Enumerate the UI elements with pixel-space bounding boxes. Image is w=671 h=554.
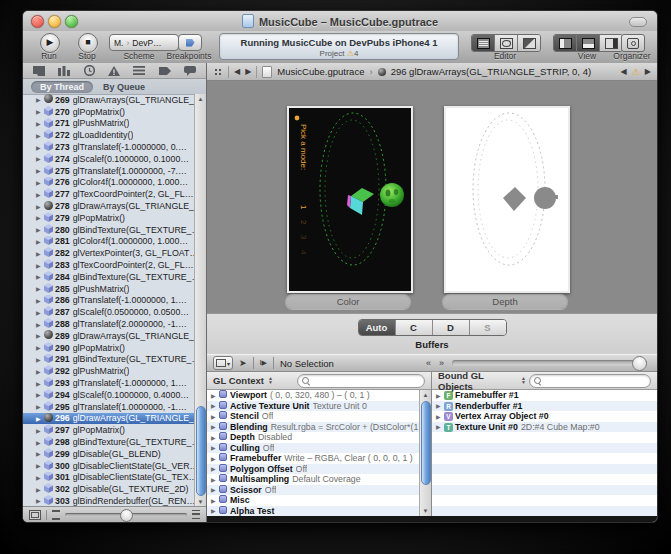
gl-context-search[interactable] [297, 374, 425, 388]
frame-rewind-icon[interactable]: « [426, 358, 431, 368]
bound-object-row[interactable]: ▶VVertex Array Object #0 [432, 411, 657, 422]
toggle-navigator-button[interactable] [554, 35, 577, 51]
call-row-278[interactable]: ▶278glDrawArrays(GL_TRIANGLE_… [23, 200, 206, 212]
frame-scrubber[interactable] [452, 360, 647, 366]
standard-editor-button[interactable] [472, 35, 495, 51]
gl-context-row[interactable]: ▶DepthDisabled [207, 432, 420, 443]
buffer-segment-c[interactable]: C [396, 320, 433, 335]
call-row-298[interactable]: ▶298glBindTexture(GL_TEXTURE_… [23, 436, 206, 448]
debug-popup-button[interactable]: ▾ [213, 356, 233, 370]
call-row-293[interactable]: ▶293glTranslatef(-1.0000000, 1.… [23, 377, 206, 389]
gl-context-scrollbar[interactable]: ▲ ▼ [419, 390, 431, 516]
toggle-debug-area-button[interactable] [577, 35, 600, 51]
location-icon[interactable]: ➤ [239, 358, 247, 368]
gl-context-row[interactable]: ▶MultisamplingDefault Coverage [207, 474, 420, 485]
buffer-segment-d[interactable]: D [433, 320, 470, 335]
call-row-283[interactable]: ▶283glTexCoordPointer(2, GL_FL… [23, 259, 206, 271]
bound-object-row[interactable]: ▶TTexture Unit #02D:#4 Cube Map:#0 [432, 422, 657, 433]
call-row-274[interactable]: ▶274glScalef(0.1000000, 0.1000… [23, 153, 206, 165]
color-buffer-preview[interactable]: Pick a mode: 1 2 3 4 [287, 106, 413, 293]
forward-icon[interactable]: ▶ [245, 67, 251, 76]
less-detail-icon[interactable] [52, 510, 60, 520]
gl-context-row[interactable]: ▶Alpha Test [207, 506, 420, 517]
call-row-292[interactable]: ▶292glPushMatrix() [23, 365, 206, 377]
clock-icon[interactable] [84, 65, 95, 76]
buffer-segment-auto[interactable]: Auto [359, 320, 396, 335]
scrollbar-thumb[interactable] [196, 406, 206, 496]
sidebar-scrollbar[interactable]: ▲ ▼ [194, 94, 206, 507]
gl-context-row[interactable]: ▶ScissorOff [207, 485, 420, 496]
version-editor-button[interactable] [518, 35, 540, 51]
call-row-289[interactable]: ▶289glDrawArrays(GL_TRIANGLE_… [23, 330, 206, 342]
toggle-utilities-button[interactable] [600, 35, 622, 51]
gl-context-row[interactable]: ▶BlendingResult.rgba = SrcColor + (DstCo… [207, 422, 420, 433]
log-navigator-icon[interactable] [133, 66, 145, 75]
assistant-editor-button[interactable] [495, 35, 518, 51]
gl-context-row[interactable]: ▶Viewport( 0, 0, 320, 480 ) – ( 0, 1 ) [207, 390, 420, 401]
call-row-294[interactable]: ▶294glScalef(0.1000000, 0.4000… [23, 389, 206, 401]
call-row-290[interactable]: ▶290glPopMatrix() [23, 342, 206, 354]
gl-context-row[interactable]: ▶Active Texture UnitTexture Unit 0 [207, 401, 420, 412]
call-row-302[interactable]: ▶302glDisable(GL_TEXTURE_2D) [23, 483, 206, 495]
bound-object-row[interactable]: ▶FFramebuffer #1 [432, 390, 657, 401]
call-row-271[interactable]: ▶271glPushMatrix() [23, 118, 206, 130]
issues-icon[interactable] [108, 66, 120, 76]
frame-scrubber-knob[interactable] [632, 356, 647, 371]
detail-slider[interactable] [65, 513, 187, 517]
breakpoints-button[interactable] [178, 34, 202, 51]
frame-forward-icon[interactable]: » [439, 358, 444, 368]
bound-objects-title[interactable]: Bound GL Objects [438, 370, 517, 392]
related-items-icon[interactable] [213, 67, 223, 77]
gl-context-row[interactable]: ▶StencilOff [207, 411, 420, 422]
call-row-277[interactable]: ▶277glTexCoordPointer(2, GL_FL… [23, 188, 206, 200]
call-row-273[interactable]: ▶273glTranslatef(-1.0000000, 0.… [23, 141, 206, 153]
gl-context-title[interactable]: GL Context [213, 375, 264, 386]
call-row-300[interactable]: ▶300glDisableClientState(GL_VER… [23, 460, 206, 472]
frames-icon[interactable] [29, 510, 41, 520]
call-row-272[interactable]: ▶272glLoadIdentity() [23, 129, 206, 141]
scrollbar-thumb[interactable] [421, 401, 431, 485]
run-button[interactable]: ▶ [40, 33, 60, 53]
sort-popup-icon[interactable]: ▲▼ [521, 377, 526, 384]
title-bar[interactable]: MusicCube – MusicCube.gputrace [23, 11, 657, 32]
call-row-291[interactable]: ▶291glBindTexture(GL_TEXTURE_… [23, 354, 206, 366]
call-row-270[interactable]: ▶270glPopMatrix() [23, 106, 206, 118]
debug-navigator-icon[interactable] [58, 66, 70, 76]
call-row-279[interactable]: ▶279glPopMatrix() [23, 212, 206, 224]
back-icon[interactable]: ◀ [234, 67, 240, 76]
call-row-269[interactable]: ▶269glDrawArrays(GL_TRIANGLE_… [23, 94, 206, 106]
folder-icon[interactable] [33, 66, 45, 76]
tab-by-queue[interactable]: By Queue [103, 82, 145, 92]
detail-slider-knob[interactable] [120, 509, 133, 522]
toolbar-toggle-lozenge[interactable] [629, 17, 647, 27]
color-buffer-label[interactable]: Color [285, 294, 411, 309]
scroll-up-icon[interactable]: ▲ [195, 94, 206, 104]
tab-by-thread[interactable]: By Thread [31, 81, 93, 93]
scheme-popup[interactable]: M. › DevP… [109, 34, 179, 51]
call-row-280[interactable]: ▶280glBindTexture(GL_TEXTURE_… [23, 224, 206, 236]
call-row-288[interactable]: ▶288glTranslatef(2.0000000, -1.… [23, 318, 206, 330]
call-row-287[interactable]: ▶287glScalef(0.0500000, 0.0500… [23, 306, 206, 318]
scroll-down-icon[interactable]: ▼ [420, 506, 431, 516]
call-row-295[interactable]: ▶295glTranslatef(1.0000000, -1.… [23, 401, 206, 413]
gl-context-row[interactable]: ▶FramebufferWrite – RGBA, Clear ( 0, 0, … [207, 453, 420, 464]
call-row-281[interactable]: ▶281glColor4f(1.0000000, 1.000… [23, 236, 206, 248]
call-row-299[interactable]: ▶299glDisable(GL_BLEND) [23, 448, 206, 460]
scroll-up-icon[interactable]: ▲ [420, 390, 431, 400]
breadcrumb-file[interactable]: MusicCube.gputrace [277, 66, 364, 77]
sort-popup-icon[interactable]: ▲▼ [268, 377, 273, 384]
activity-viewer[interactable]: Running MusicCube on DevPubs iPhone4 1 P… [219, 33, 459, 60]
call-row-285[interactable]: ▶285glPushMatrix() [23, 283, 206, 295]
next-issue-icon[interactable]: ▶ [645, 67, 651, 76]
stop-button[interactable]: ■ [78, 33, 98, 53]
breadcrumb-call[interactable]: 296 glDrawArrays(GL_TRIANGLE_STRIP, 0, 4… [391, 66, 591, 77]
bound-object-row[interactable]: ▶RRenderbuffer #1 [432, 401, 657, 412]
call-row-286[interactable]: ▶286glTranslatef(-1.0000000, 1.… [23, 295, 206, 307]
bound-objects-search[interactable] [529, 374, 651, 388]
previous-issue-icon[interactable]: ◀ [621, 67, 627, 76]
comments-icon[interactable] [184, 66, 196, 76]
buffer-segment-s[interactable]: S [470, 320, 506, 335]
depth-buffer-preview[interactable] [444, 106, 570, 293]
step-icon[interactable]: Ⅰ▶ [260, 359, 267, 367]
gl-context-row[interactable]: ▶CullingOff [207, 443, 420, 454]
